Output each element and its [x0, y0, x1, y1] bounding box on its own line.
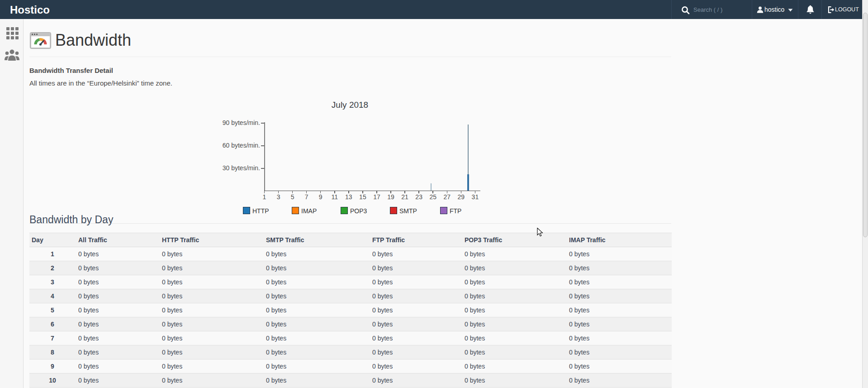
table-cell-value: 0 bytes: [78, 303, 99, 317]
chart-x-axis: [264, 191, 480, 192]
apps-grid-icon[interactable]: [6, 27, 19, 39]
table-cell-value: 0 bytes: [78, 374, 99, 387]
table-row: 70 bytes0 bytes0 bytes0 bytes0 bytes0 by…: [29, 331, 672, 345]
table-column-header: Day: [32, 233, 43, 247]
table-cell-value: 0 bytes: [78, 317, 99, 331]
table-cell-value: 0 bytes: [465, 275, 485, 289]
smtp-legend-swatch: [390, 207, 397, 214]
table-row: 80 bytes0 bytes0 bytes0 bytes0 bytes0 by…: [29, 345, 672, 359]
chevron-down-icon[interactable]: [788, 9, 793, 12]
chart-x-tick-label: 1: [258, 193, 271, 201]
chart-x-tick-label: 11: [328, 193, 342, 201]
timezone-note: All times are in the “Europe/Helsinki” t…: [29, 79, 172, 87]
section-heading: Bandwidth Transfer Detail: [29, 67, 113, 74]
table-cell-value: 0 bytes: [372, 331, 393, 345]
table-column-header: IMAP Traffic: [569, 233, 606, 247]
table-cell-value: 0 bytes: [266, 359, 286, 373]
table-cell-value: 0 bytes: [78, 359, 99, 373]
table-column-header: FTP Traffic: [372, 233, 405, 247]
table-cell-value: 0 bytes: [78, 275, 99, 289]
table-cell-value: 0 bytes: [266, 275, 286, 289]
table-cell-value: 0 bytes: [78, 331, 99, 345]
user-icon: [757, 6, 764, 13]
table-cell-value: 0 bytes: [465, 303, 485, 317]
table-header-row: DayAll TrafficHTTP TrafficSMTP TrafficFT…: [29, 233, 672, 247]
table-cell-value: 0 bytes: [162, 359, 182, 373]
chart-y-tick: [261, 145, 264, 146]
title-divider: [29, 57, 671, 57]
table-cell-day: 10: [29, 374, 76, 387]
chart-data-spike: [467, 174, 469, 191]
table-cell-value: 0 bytes: [569, 331, 589, 345]
scrollbar-thumb[interactable]: [863, 13, 868, 237]
table-cell-value: 0 bytes: [465, 317, 485, 331]
bell-icon[interactable]: [806, 5, 814, 14]
imap-legend-swatch: [292, 207, 299, 214]
table-cell-value: 0 bytes: [372, 345, 393, 359]
chart-y-tick: [261, 123, 264, 124]
table-cell-value: 0 bytes: [569, 359, 589, 373]
table-cell-value: 0 bytes: [266, 331, 286, 345]
logout-button[interactable]: LOGOUT: [835, 0, 859, 19]
table-cell-value: 0 bytes: [162, 374, 182, 387]
table-cell-value: 0 bytes: [266, 261, 286, 275]
search-icon[interactable]: [681, 6, 690, 14]
table-column-header: SMTP Traffic: [266, 233, 304, 247]
table-cell-day: 7: [29, 331, 76, 345]
header-divider: [821, 0, 822, 19]
table-cell-value: 0 bytes: [465, 247, 485, 261]
table-row: 20 bytes0 bytes0 bytes0 bytes0 bytes0 by…: [29, 261, 672, 275]
chart-y-tick-label: 90 bytes/min.: [199, 119, 260, 126]
table-cell-value: 0 bytes: [162, 289, 182, 303]
header-divider: [798, 0, 798, 19]
table-cell-value: 0 bytes: [162, 247, 182, 261]
table-cell-value: 0 bytes: [372, 261, 393, 275]
http-legend-swatch: [243, 207, 250, 214]
table-cell-value: 0 bytes: [372, 374, 393, 387]
table-cell-day: 1: [29, 247, 76, 261]
chart-x-tick-label: 3: [272, 193, 285, 201]
smtp-legend-label: SMTP: [399, 207, 417, 215]
user-menu[interactable]: hostico: [764, 0, 784, 19]
table-row: 40 bytes0 bytes0 bytes0 bytes0 bytes0 by…: [29, 289, 672, 303]
chart-x-tick-label: 25: [426, 193, 440, 201]
chart-x-tick-label: 21: [398, 193, 412, 201]
table-column-header: All Traffic: [78, 233, 107, 247]
table-cell-value: 0 bytes: [569, 289, 589, 303]
pop3-legend-label: POP3: [350, 207, 367, 215]
bandwidth-page-icon: [30, 32, 51, 49]
logout-icon[interactable]: [828, 6, 835, 13]
table-cell-value: 0 bytes: [372, 275, 393, 289]
table-cell-value: 0 bytes: [465, 345, 485, 359]
chart-x-tick-label: 7: [300, 193, 313, 201]
search-input[interactable]: Search ( / ): [693, 0, 722, 19]
table-cell-value: 0 bytes: [266, 247, 286, 261]
table-cell-value: 0 bytes: [569, 303, 589, 317]
table-row: 50 bytes0 bytes0 bytes0 bytes0 bytes0 by…: [29, 303, 672, 317]
table-cell-value: 0 bytes: [569, 345, 589, 359]
table-cell-value: 0 bytes: [162, 345, 182, 359]
table-cell-value: 0 bytes: [78, 289, 99, 303]
chart-x-tick-label: 31: [468, 193, 482, 201]
header-divider: [671, 0, 672, 19]
chart-x-tick-label: 9: [314, 193, 327, 201]
table-row: 90 bytes0 bytes0 bytes0 bytes0 bytes0 by…: [29, 359, 672, 374]
table-cell-value: 0 bytes: [162, 275, 182, 289]
table-row: 10 bytes0 bytes0 bytes0 bytes0 bytes0 by…: [29, 247, 672, 261]
table-cell-value: 0 bytes: [569, 374, 589, 387]
brand-logo[interactable]: Hostico: [10, 0, 50, 19]
table-column-header: POP3 Traffic: [465, 233, 502, 247]
ftp-legend-label: FTP: [450, 207, 461, 215]
table-cell-value: 0 bytes: [569, 247, 589, 261]
table-cell-value: 0 bytes: [266, 303, 286, 317]
table-row: 30 bytes0 bytes0 bytes0 bytes0 bytes0 by…: [29, 275, 672, 289]
users-icon[interactable]: [5, 49, 19, 61]
table-cell-value: 0 bytes: [569, 261, 589, 275]
table-cell-value: 0 bytes: [162, 317, 182, 331]
table-cell-day: 4: [29, 289, 76, 303]
chart-x-tick-label: 29: [454, 193, 468, 201]
table-cell-value: 0 bytes: [372, 317, 393, 331]
chart-data-spike: [431, 183, 432, 191]
table-cell-value: 0 bytes: [465, 261, 485, 275]
chart-y-tick-label: 60 bytes/min.: [199, 142, 260, 149]
